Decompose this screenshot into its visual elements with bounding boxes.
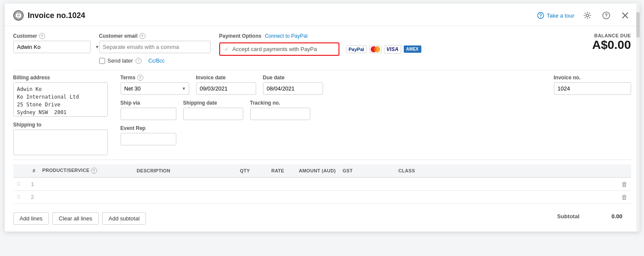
connect-paypal-link[interactable]: Connect to PayPal	[265, 33, 307, 39]
customer-help-icon[interactable]: ?	[39, 33, 45, 39]
subtotal-label: Subtotal	[557, 213, 580, 220]
tour-icon	[537, 12, 544, 19]
shipping-to-textarea[interactable]	[13, 130, 108, 155]
cc-bcc-link[interactable]: Cc/Bcc	[148, 58, 165, 64]
close-button[interactable]	[619, 9, 631, 21]
subtotal-row: Subtotal 0.00	[557, 210, 631, 223]
ship-via-input[interactable]	[121, 108, 176, 120]
payment-logos: PayPal VISA AMEX	[346, 45, 421, 54]
terms-select[interactable]: Net 30 Net 15 Net 60 Due on receipt	[121, 83, 179, 94]
event-rep-field: Event Rep	[121, 125, 176, 145]
product-input-2[interactable]	[42, 194, 130, 200]
invoice-date-label: Invoice date	[196, 75, 256, 81]
class-input-1[interactable]	[399, 181, 614, 187]
email-label: Customer email ?	[99, 33, 211, 39]
rate-input-2[interactable]	[257, 194, 284, 200]
gst-input-1[interactable]	[343, 181, 392, 187]
send-later-checkbox[interactable]	[99, 58, 105, 64]
shipping-to-label: Shipping to	[13, 122, 121, 128]
drag-handle-2[interactable]: ⠿	[17, 194, 21, 200]
third-fields-row: Event Rep	[121, 125, 631, 145]
ship-via-label: Ship via	[121, 100, 176, 106]
event-rep-input[interactable]	[121, 133, 176, 145]
email-input[interactable]	[99, 41, 211, 53]
scrollbar-track	[636, 3, 640, 232]
delete-row-1[interactable]: 🗑	[621, 181, 628, 188]
invoice-no-field: Invoice no.	[554, 75, 631, 95]
billing-textarea[interactable]: Adwin Ko Ko International Ltd 25 Stone D…	[13, 82, 108, 117]
close-icon	[621, 11, 629, 20]
svg-point-2	[540, 17, 541, 18]
add-subtotal-button[interactable]: Add subtotal	[102, 212, 146, 225]
description-input-2[interactable]	[137, 194, 216, 200]
tracking-no-input[interactable]	[250, 108, 310, 120]
customer-input-wrapper: ▼	[13, 41, 91, 53]
delete-row-2[interactable]: 🗑	[621, 193, 628, 201]
billing-address-field: Billing address Adwin Ko Ko Internationa…	[13, 75, 121, 117]
invoice-no-input[interactable]	[554, 82, 631, 95]
product-input-1[interactable]	[42, 181, 130, 187]
paypal-checkbox-row[interactable]: ✓ Accept card payments with PayPa	[219, 42, 339, 56]
svg-point-5	[606, 17, 607, 18]
second-fields-row: Ship via Shipping date Tracking no.	[121, 100, 631, 120]
invoice-no-label: Invoice no.	[554, 75, 631, 81]
help-button[interactable]	[600, 9, 612, 21]
invoice-title: Invoice no.1024	[28, 11, 85, 20]
col-num: #	[26, 164, 39, 178]
add-lines-button[interactable]: Add lines	[13, 212, 49, 225]
take-tour-button[interactable]: Take a tour	[537, 12, 574, 19]
paypal-logo: PayPal	[346, 45, 367, 53]
due-date-label: Due date	[263, 75, 323, 81]
customer-input[interactable]	[14, 41, 93, 53]
qty-input-1[interactable]	[223, 181, 250, 187]
class-input-2[interactable]	[399, 194, 614, 200]
drag-handle-1[interactable]: ⠿	[17, 181, 21, 187]
event-rep-label: Event Rep	[121, 125, 176, 131]
due-date-field: Due date	[263, 75, 323, 95]
terms-label: Terms ?	[121, 75, 189, 81]
col-product: PRODUCT/SERVICE ?	[39, 164, 133, 178]
invoice-table-section: # PRODUCT/SERVICE ? DESCRIPTION QTY RATE…	[13, 164, 631, 225]
table-row: ⠿ 2 🗑	[13, 191, 631, 204]
invoice-date-field: Invoice date	[196, 75, 256, 95]
mastercard-logo	[369, 45, 381, 53]
product-help-icon[interactable]: ?	[91, 168, 97, 174]
qty-input-2[interactable]	[223, 194, 250, 200]
gear-button[interactable]	[581, 9, 593, 21]
rate-input-1[interactable]	[257, 181, 284, 187]
question-icon	[602, 11, 611, 20]
customer-field: Customer ? ▼	[13, 33, 91, 53]
send-later-help-icon[interactable]: ?	[136, 58, 142, 64]
row-num-2: 2	[26, 191, 39, 204]
terms-help-icon[interactable]: ?	[137, 75, 143, 81]
payment-options-label: Payment Options	[219, 33, 262, 39]
balance-due-label: BALANCE DUE	[592, 33, 631, 38]
invoice-icon	[13, 10, 24, 21]
first-fields-row: Terms ? Net 30 Net 15 Net 60 Due on rece…	[121, 75, 631, 95]
amount-input-2[interactable]	[291, 194, 336, 200]
email-help-icon[interactable]: ?	[139, 33, 145, 39]
amex-logo: AMEX	[404, 45, 421, 53]
customer-label: Customer ?	[13, 33, 91, 39]
modal-title: Invoice no.1024	[13, 10, 85, 21]
clear-all-button[interactable]: Clear all lines	[52, 212, 99, 225]
paypal-check-icon: ✓	[224, 46, 229, 52]
scrollbar-thumb[interactable]	[636, 12, 640, 38]
terms-field: Terms ? Net 30 Net 15 Net 60 Due on rece…	[121, 75, 189, 95]
table-row: ⠿ 1 🗑	[13, 178, 631, 191]
amount-input-1[interactable]	[291, 181, 336, 187]
invoice-date-input[interactable]	[196, 82, 256, 95]
header-actions: Take a tour	[537, 9, 631, 21]
terms-dropdown-arrow[interactable]: ▼	[179, 86, 189, 91]
due-date-input[interactable]	[263, 82, 323, 95]
col-delete	[618, 164, 631, 178]
description-input-1[interactable]	[137, 181, 216, 187]
balance-due-amount: A$0.00	[592, 38, 631, 52]
shipping-date-input[interactable]	[183, 108, 243, 120]
shipping-date-label: Shipping date	[183, 100, 243, 106]
svg-point-3	[586, 14, 589, 17]
visa-logo: VISA	[384, 45, 401, 54]
col-qty: QTY	[219, 164, 254, 178]
col-amount: AMOUNT (AUD)	[288, 164, 339, 178]
gst-input-2[interactable]	[343, 194, 392, 200]
